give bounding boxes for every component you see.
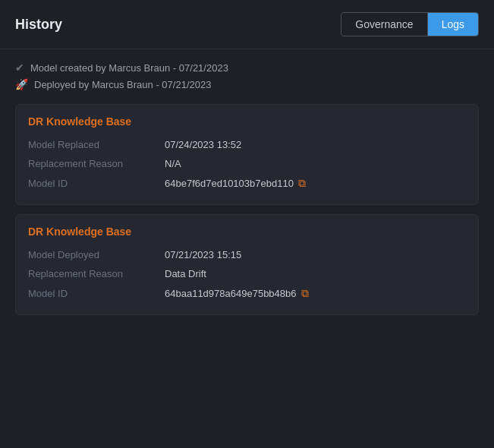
card-0-value-2: 64be7f6d7ed10103b7ebd110 ⧉ — [165, 177, 306, 190]
logs-button[interactable]: Logs — [428, 13, 478, 36]
copy-icon-1[interactable]: ⧉ — [301, 287, 309, 300]
card-0-row-0: Model Replaced 07/24/2023 13:52 — [28, 135, 466, 154]
governance-button[interactable]: Governance — [341, 13, 427, 36]
card-0-label-1: Replacement Reason — [28, 158, 165, 169]
card-0-label-2: Model ID — [28, 178, 165, 189]
card-0-row-2: Model ID 64be7f6d7ed10103b7ebd110 ⧉ — [28, 173, 466, 194]
tab-button-group: Governance Logs — [341, 12, 479, 36]
check-icon: ✔ — [15, 62, 24, 74]
card-0-row-1: Replacement Reason N/A — [28, 154, 466, 173]
card-1-label-0: Model Deployed — [28, 249, 165, 260]
page-title: History — [15, 17, 62, 33]
cards-container: DR Knowledge Base Model Replaced 07/24/2… — [0, 96, 494, 323]
card-1-label-1: Replacement Reason — [28, 268, 165, 279]
card-1-value-2: 64baa11d978a649e75bb48b6 ⧉ — [165, 287, 309, 300]
card-1-label-2: Model ID — [28, 288, 165, 299]
card-1-value-1: Data Drift — [165, 268, 206, 279]
card-1-title: DR Knowledge Base — [28, 226, 466, 238]
card-0-value-1: N/A — [165, 158, 181, 169]
card-0-value-0: 07/24/2023 13:52 — [165, 139, 241, 150]
rocket-icon: 🚀 — [15, 78, 28, 90]
card-1-row-0: Model Deployed 07/21/2023 15:15 — [28, 245, 466, 264]
copy-icon-0[interactable]: ⧉ — [298, 177, 306, 190]
card-1: DR Knowledge Base Model Deployed 07/21/2… — [15, 214, 479, 315]
card-1-value-0: 07/21/2023 15:15 — [165, 249, 241, 260]
timeline-created-text: Model created by Marcus Braun - 07/21/20… — [30, 62, 228, 74]
timeline-deployed-text: Deployed by Marcus Braun - 07/21/2023 — [34, 79, 211, 90]
card-0-title: DR Knowledge Base — [28, 115, 466, 128]
timeline-item-deployed: 🚀 Deployed by Marcus Braun - 07/21/2023 — [15, 78, 479, 90]
header: History Governance Logs — [0, 0, 494, 49]
card-1-row-2: Model ID 64baa11d978a649e75bb48b6 ⧉ — [28, 283, 466, 304]
card-0-label-0: Model Replaced — [28, 139, 165, 150]
timeline: ✔ Model created by Marcus Braun - 07/21/… — [0, 49, 494, 96]
card-0: DR Knowledge Base Model Replaced 07/24/2… — [15, 104, 479, 205]
timeline-item-created: ✔ Model created by Marcus Braun - 07/21/… — [15, 62, 479, 74]
card-1-row-1: Replacement Reason Data Drift — [28, 264, 466, 283]
